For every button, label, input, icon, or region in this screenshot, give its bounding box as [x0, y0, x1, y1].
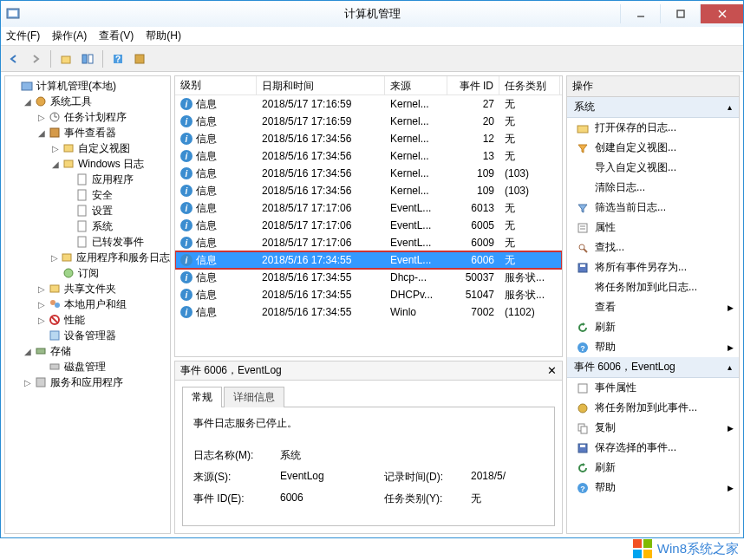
tree-diskmgmt[interactable]: 磁盘管理: [5, 359, 170, 374]
table-row[interactable]: i信息2018/5/17 17:17:06EventL...6013无: [175, 199, 562, 217]
menu-file[interactable]: 文件(F): [6, 29, 40, 43]
action-refresh[interactable]: 刷新: [567, 317, 739, 337]
tree-devmgr[interactable]: 设备管理器: [5, 328, 170, 343]
detail-message: 事件日志服务已停止。: [193, 416, 544, 431]
tree-log-system[interactable]: 系统: [5, 218, 170, 234]
tree-log-security[interactable]: 安全: [5, 187, 170, 203]
action-filter-log[interactable]: 筛选当前日志...: [567, 198, 739, 218]
tree-appsvc[interactable]: ▷应用程序和服务日志: [5, 250, 170, 265]
table-row[interactable]: i信息2018/5/17 17:17:06EventL...6005无: [175, 217, 562, 234]
back-button[interactable]: [4, 49, 23, 68]
action-save-selected[interactable]: 保存选择的事件...: [567, 438, 739, 458]
table-row[interactable]: i信息2018/5/16 17:34:55DHCPv...51047服务状...: [175, 286, 562, 303]
tree-winlogs[interactable]: ◢Windows 日志: [5, 156, 170, 172]
action-clear-log[interactable]: 清除日志...: [567, 178, 739, 198]
tree-perf[interactable]: ▷性能: [5, 312, 170, 328]
action-refresh2[interactable]: 刷新: [567, 458, 739, 478]
maximize-button[interactable]: [660, 4, 700, 23]
action-properties[interactable]: 属性: [567, 218, 739, 238]
up-button[interactable]: [56, 49, 75, 68]
svg-rect-23: [78, 221, 86, 231]
close-button[interactable]: [700, 4, 743, 23]
tree-root[interactable]: 计算机管理(本地): [5, 78, 170, 94]
action-attach-event[interactable]: 将任务附加到此事件...: [567, 398, 739, 418]
navigation-tree[interactable]: 计算机管理(本地) ◢系统工具 ▷任务计划程序 ◢事件查看器 ▷自定义视图 ◢W…: [4, 75, 171, 534]
table-row[interactable]: i信息2018/5/16 17:34:55Dhcp-...50037服务状...: [175, 269, 562, 286]
tree-customview[interactable]: ▷自定义视图: [5, 140, 170, 156]
forward-button[interactable]: [26, 49, 45, 68]
show-hide-tree-button[interactable]: [78, 49, 97, 68]
table-row[interactable]: i信息2018/5/16 17:34:55Winlo7002(1102): [175, 303, 562, 321]
table-row[interactable]: i信息2018/5/17 17:16:59Kernel...27无: [175, 95, 562, 113]
tree-log-forwarded[interactable]: 已转发事件: [5, 234, 170, 250]
menu-help[interactable]: 帮助(H): [146, 29, 181, 43]
svg-rect-36: [578, 126, 588, 133]
svg-line-41: [584, 249, 587, 252]
tab-details[interactable]: 详细信息: [224, 387, 284, 407]
col-taskcat[interactable]: 任务类别: [499, 76, 560, 94]
table-row[interactable]: i信息2018/5/16 17:34:56Kernel...12无: [175, 130, 562, 147]
svg-rect-32: [50, 331, 59, 340]
table-row[interactable]: i信息2018/5/17 17:16:59Kernel...20无: [175, 113, 562, 130]
table-row[interactable]: i信息2018/5/16 17:34:55EventL...6006无: [175, 251, 562, 269]
actions-section-event[interactable]: 事件 6006，EventLog▴: [567, 357, 739, 378]
table-row[interactable]: i信息2018/5/17 17:17:06EventL...6009无: [175, 234, 562, 251]
tree-log-setup[interactable]: 设置: [5, 203, 170, 218]
svg-rect-27: [50, 285, 59, 292]
svg-rect-8: [88, 55, 93, 63]
col-eventid[interactable]: 事件 ID: [447, 76, 499, 94]
col-level[interactable]: 级别: [175, 76, 257, 94]
table-row[interactable]: i信息2018/5/16 17:34:56Kernel...109(103): [175, 182, 562, 199]
folder-icon: [576, 121, 590, 135]
action-event-props[interactable]: 事件属性: [567, 378, 739, 398]
svg-point-26: [64, 269, 73, 277]
tree-shared[interactable]: ▷共享文件夹: [5, 281, 170, 296]
tree-eventviewer[interactable]: ◢事件查看器: [5, 125, 170, 140]
tree-svcapps[interactable]: ▷服务和应用程序: [5, 374, 170, 390]
col-source[interactable]: 来源: [385, 76, 447, 94]
actions-section-system[interactable]: 系统▴: [567, 97, 739, 118]
detail-title: 事件 6006，EventLog: [180, 363, 282, 378]
watermark: Win8系统之家: [633, 539, 739, 558]
info-icon: i: [180, 115, 193, 127]
event-grid[interactable]: 级别 日期和时间 来源 事件 ID 任务类别 i信息2018/5/17 17:1…: [174, 75, 563, 357]
tree-scheduler[interactable]: ▷任务计划程序: [5, 109, 170, 125]
svg-rect-3: [677, 10, 684, 17]
detail-close-icon[interactable]: ✕: [547, 364, 557, 377]
action-create-view[interactable]: 创建自定义视图...: [567, 138, 739, 158]
action-attach-task[interactable]: 将任务附加到此日志...: [567, 277, 739, 297]
svg-text:?: ?: [115, 55, 121, 64]
menu-view[interactable]: 查看(V): [99, 29, 134, 43]
minimize-button[interactable]: [620, 4, 660, 23]
tree-subs[interactable]: 订阅: [5, 265, 170, 281]
info-icon: i: [180, 271, 193, 283]
tree-log-app[interactable]: 应用程序: [5, 172, 170, 187]
svg-rect-1: [9, 10, 17, 16]
col-datetime[interactable]: 日期和时间: [257, 76, 385, 94]
action-help2[interactable]: ?帮助▶: [567, 478, 739, 498]
table-row[interactable]: i信息2018/5/16 17:34:56Kernel...109(103): [175, 165, 562, 182]
menu-action[interactable]: 操作(A): [52, 29, 87, 43]
info-icon: i: [180, 254, 193, 266]
tree-users[interactable]: ▷本地用户和组: [5, 296, 170, 312]
grid-header: 级别 日期和时间 来源 事件 ID 任务类别: [175, 76, 562, 95]
svg-rect-21: [78, 190, 86, 200]
properties-icon: [576, 221, 590, 235]
action-view[interactable]: 查看▶: [567, 297, 739, 317]
action-copy[interactable]: 复制▶: [567, 418, 739, 438]
action-help[interactable]: ?帮助▶: [567, 337, 739, 357]
tree-systools[interactable]: ◢系统工具: [5, 94, 170, 109]
table-row[interactable]: i信息2018/5/16 17:34:56Kernel...13无: [175, 147, 562, 165]
properties-button[interactable]: [130, 49, 149, 68]
filter-icon: [576, 141, 590, 155]
action-open-saved[interactable]: 打开保存的日志...: [567, 118, 739, 138]
tab-general[interactable]: 常规: [182, 387, 222, 407]
help-icon: ?: [576, 341, 590, 355]
action-save-all[interactable]: 将所有事件另存为...: [567, 257, 739, 277]
svg-rect-37: [578, 224, 587, 232]
action-import-view[interactable]: 导入自定义视图...: [567, 158, 739, 178]
help-icon: ?: [576, 481, 590, 495]
action-find[interactable]: 查找...: [567, 238, 739, 257]
tree-storage[interactable]: ◢存储: [5, 343, 170, 359]
help-button[interactable]: ?: [108, 49, 127, 68]
